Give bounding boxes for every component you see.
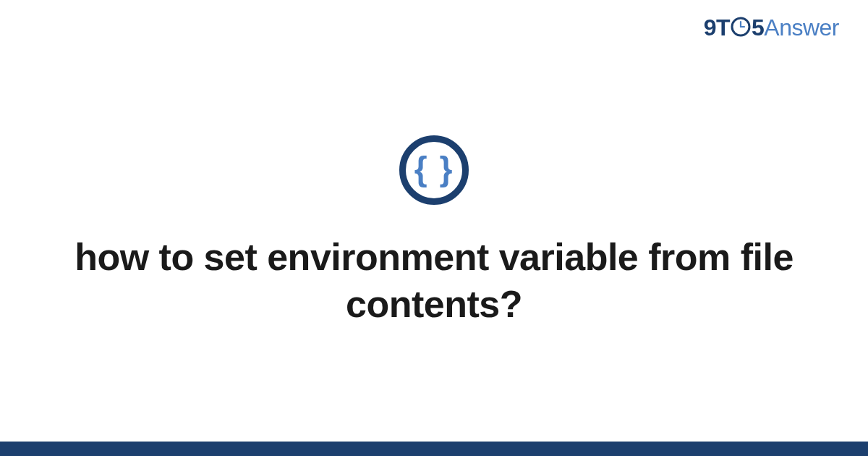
footer-bar [0,442,868,456]
topic-icon-circle: { } [399,135,469,205]
braces-icon: { } [414,152,454,185]
main-content: { } how to set environment variable from… [0,0,868,442]
question-title: how to set environment variable from fil… [72,234,796,328]
